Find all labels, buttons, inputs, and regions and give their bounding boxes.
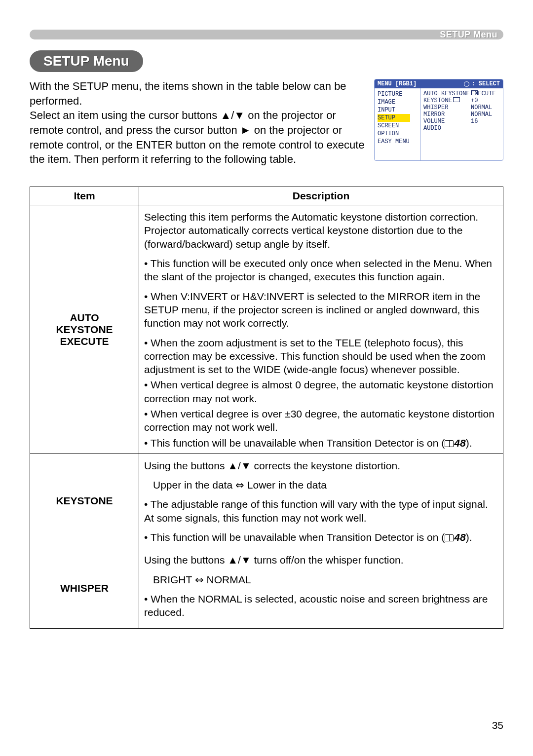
th-item: Item xyxy=(30,187,139,205)
item-cell-whisper: WHISPER xyxy=(30,548,139,628)
osd-left-item-selected: SETUP xyxy=(378,114,410,122)
osd-left-item: EASY MENU xyxy=(378,138,420,146)
desc-paragraph: Upper in the data ⇔ Lower in the data xyxy=(144,478,498,491)
osd-screenshot: MENU [RGB1] : SELECT PICTURE IMAGE INPUT… xyxy=(374,79,503,161)
setup-table: Item Description AUTOKEYSTONEEXECUTE Sel… xyxy=(30,187,503,628)
desc-paragraph: Selecting this item performs the Automat… xyxy=(144,210,498,251)
osd-right-column: AUTO KEYSTONEEXECUTE KEYSTONE+0 WHISPERN… xyxy=(420,88,503,160)
desc-paragraph: • When the zoom adjustment is set to the… xyxy=(144,336,498,377)
item-cell-auto-keystone: AUTOKEYSTONEEXECUTE xyxy=(30,205,139,454)
desc-paragraph: • This function will be executed only on… xyxy=(144,257,498,284)
osd-left-item: IMAGE xyxy=(378,98,420,106)
page-number: 35 xyxy=(492,719,503,731)
osd-select-label: : SELECT xyxy=(471,80,500,87)
osd-left-column: PICTURE IMAGE INPUT SETUP SCREEN OPTION … xyxy=(375,88,420,160)
osd-left-item: INPUT xyxy=(378,106,420,114)
osd-left-item: OPTION xyxy=(378,130,420,138)
osd-left-item: SCREEN xyxy=(378,122,420,130)
osd-row-label: MIRROR xyxy=(423,111,471,118)
osd-menu-label: MENU [RGB1] xyxy=(378,80,417,87)
table-row: AUTOKEYSTONEEXECUTE Selecting this item … xyxy=(30,205,503,454)
desc-paragraph: • This function will be unavailable when… xyxy=(144,530,498,544)
keystone-icon xyxy=(453,97,460,102)
desc-paragraph: • This function will be unavailable when… xyxy=(144,436,498,450)
book-icon xyxy=(445,534,454,541)
desc-paragraph: • When vertical degree is almost 0 degre… xyxy=(144,378,498,405)
osd-row-value: EXECUTE xyxy=(471,90,501,97)
intro-paragraph-1: With the SETUP menu, the items shown in … xyxy=(30,79,365,108)
osd-row-label: AUTO KEYSTONE xyxy=(423,90,470,97)
desc-paragraph: BRIGHT ⇔ NORMAL xyxy=(144,573,498,586)
osd-row-label: KEYSTONE xyxy=(423,97,452,104)
osd-row-value: NORMAL xyxy=(471,104,501,111)
osd-row-label: WHISPER xyxy=(423,104,471,111)
item-cell-keystone: KEYSTONE xyxy=(30,454,139,548)
desc-paragraph: • The adjustable range of this function … xyxy=(144,497,498,525)
osd-row-value: NORMAL xyxy=(471,111,501,118)
osd-row-label: AUDIO xyxy=(423,125,471,132)
desc-paragraph: • When vertical degree is over ±30 degre… xyxy=(144,407,498,434)
table-row: WHISPER Using the buttons ▲/▼ turns off/… xyxy=(30,548,503,628)
osd-row-value: +0 xyxy=(471,97,501,104)
intro-paragraph-2: Select an item using the cursor buttons … xyxy=(30,108,365,167)
desc-paragraph: Using the buttons ▲/▼ turns off/on the w… xyxy=(144,553,498,567)
desc-paragraph: • When V:INVERT or H&V:INVERT is selecte… xyxy=(144,290,498,330)
osd-row-value xyxy=(471,125,501,132)
header-section-label: SETUP Menu xyxy=(440,30,497,39)
page-title: SETUP Menu xyxy=(43,53,129,69)
header-bar: SETUP Menu xyxy=(30,30,503,39)
page-title-pill: SETUP Menu xyxy=(30,50,143,72)
table-row: KEYSTONE Using the buttons ▲/▼ corrects … xyxy=(30,454,503,548)
th-description: Description xyxy=(139,187,503,205)
osd-left-item: PICTURE xyxy=(378,90,420,98)
osd-row-value: 16 xyxy=(471,118,501,125)
desc-paragraph: Using the buttons ▲/▼ corrects the keyst… xyxy=(144,459,498,472)
desc-paragraph: • When the NORMAL is selected, acoustic … xyxy=(144,592,498,619)
dpad-icon xyxy=(464,81,469,87)
osd-row-label: VOLUME xyxy=(423,118,471,125)
book-icon xyxy=(445,440,454,447)
